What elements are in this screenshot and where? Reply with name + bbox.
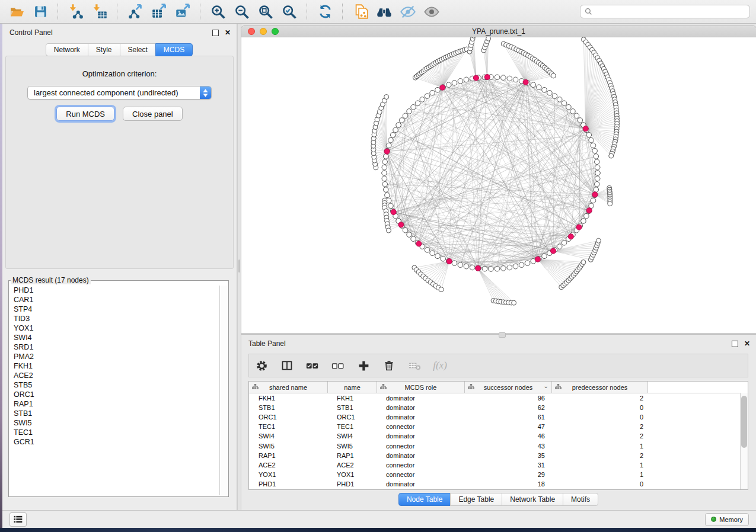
table-row[interactable]: RAP1RAP1dominator352 (249, 451, 748, 460)
zoom-in-icon (210, 4, 227, 20)
table-row[interactable]: FKH1FKH1dominator962 (249, 393, 748, 403)
run-mcds-button[interactable]: Run MCDS (56, 107, 114, 121)
criterion-select[interactable]: largest connected component (undirected) (27, 86, 212, 100)
refresh-view-button[interactable] (314, 2, 336, 21)
table-row[interactable]: PHD1PHD1dominator180 (249, 479, 748, 489)
zoom-out-button[interactable] (231, 2, 253, 21)
mcds-node-item[interactable]: TID3 (9, 314, 219, 323)
cell: ACE2 (328, 462, 377, 469)
tab-edge-table[interactable]: Edge Table (450, 493, 502, 506)
deselect-all-button[interactable] (330, 358, 346, 373)
cell: 61 (465, 414, 552, 421)
toggle-column-button[interactable] (279, 358, 295, 373)
column-header-predecessor-nodes[interactable]: predecessor nodes (552, 382, 648, 393)
column-header-MCDS-role[interactable]: MCDS role (377, 382, 465, 393)
table-header-row: shared namenameMCDS rolesuccessor nodes⌄… (249, 382, 748, 393)
import-table-button[interactable] (89, 2, 110, 21)
window-zoom-icon[interactable] (272, 28, 279, 35)
table-scrollbar[interactable] (740, 393, 748, 489)
column-header-shared-name[interactable]: shared name (249, 382, 328, 393)
mcds-node-item[interactable]: ORC1 (9, 390, 219, 399)
zoom-in-button[interactable] (208, 2, 229, 21)
mcds-node-item[interactable]: STP4 (9, 305, 219, 314)
mcds-list-scrollbar[interactable] (219, 286, 227, 495)
hide-unselected-button[interactable] (397, 2, 419, 21)
mcds-node-item[interactable]: PHD1 (9, 286, 219, 295)
zoom-selected-button[interactable] (279, 2, 300, 21)
cell: 29 (465, 471, 552, 478)
window-minimize-icon[interactable] (260, 28, 267, 35)
mcds-node-item[interactable]: SRD1 (9, 342, 219, 352)
table-row[interactable]: STB1STB1dominator620 (249, 403, 748, 412)
zoom-fit-button[interactable] (255, 2, 276, 21)
column-header-name[interactable]: name (328, 382, 377, 393)
tab-select[interactable]: Select (120, 43, 156, 56)
panel-splitter[interactable] (237, 24, 241, 510)
mcds-node-item[interactable]: STB1 (9, 409, 219, 418)
cell: connector (377, 462, 465, 469)
close-panel-button[interactable]: Close panel (123, 107, 183, 121)
column-header-successor-nodes[interactable]: successor nodes⌄ (465, 382, 552, 393)
tab-motifs[interactable]: Motifs (563, 493, 598, 506)
close-panel-icon[interactable]: ✕ (744, 340, 750, 347)
cell: TEC1 (328, 423, 377, 430)
toolbar-separator (342, 4, 343, 20)
float-panel-icon[interactable] (732, 341, 738, 347)
select-all-button[interactable] (305, 358, 320, 373)
float-panel-icon[interactable] (212, 30, 219, 36)
mcds-node-item[interactable]: STB5 (9, 380, 219, 390)
mcds-node-item[interactable]: PMA2 (9, 352, 219, 361)
delete-column-button[interactable] (381, 358, 397, 373)
tab-mcds[interactable]: MCDS (155, 43, 193, 56)
function-builder-button-disabled: f(x) (432, 358, 448, 373)
network-window-titlebar[interactable]: YPA_prune.txt_1 (241, 26, 756, 37)
open-file-button[interactable] (6, 2, 27, 21)
main-toolbar (0, 0, 756, 24)
cell: dominator (377, 414, 465, 421)
table-row[interactable]: YOX1YOX1connector291 (249, 470, 748, 479)
network-canvas[interactable] (241, 37, 756, 333)
search-input[interactable] (595, 7, 745, 17)
table-row[interactable]: ORC1ORC1dominator610 (249, 412, 748, 422)
mcds-node-item[interactable]: SWI4 (9, 333, 219, 342)
mcds-node-item[interactable]: YOX1 (9, 323, 219, 333)
copy-network-button[interactable] (350, 2, 371, 21)
show-all-button[interactable] (421, 2, 442, 21)
close-panel-icon[interactable]: ✕ (225, 29, 231, 36)
memory-button[interactable]: Memory (705, 513, 749, 526)
zoom-out-icon (234, 4, 250, 20)
export-image-button[interactable] (172, 2, 193, 21)
mcds-node-item[interactable]: GCR1 (9, 437, 219, 447)
mcds-node-item[interactable]: TEC1 (9, 428, 219, 437)
save-session-button[interactable] (30, 2, 51, 21)
table-row[interactable]: SWI5SWI5connector431 (249, 441, 748, 450)
table-row[interactable]: ACE2ACE2connector311 (249, 460, 748, 470)
mcds-node-item[interactable]: RAP1 (9, 399, 219, 409)
task-history-button[interactable] (9, 512, 27, 527)
tab-network-table[interactable]: Network Table (502, 493, 563, 506)
mcds-node-item[interactable]: ACE2 (9, 371, 219, 380)
tab-node-table[interactable]: Node Table (398, 493, 451, 506)
table-row[interactable]: SWI4SWI4dominator462 (249, 431, 748, 441)
table-settings-button[interactable] (254, 358, 269, 373)
scrollbar-thumb[interactable] (741, 396, 747, 448)
export-table-button[interactable] (148, 2, 170, 21)
search-network-button[interactable] (374, 2, 395, 21)
mcds-result-list: PHD1CAR1STP4TID3YOX1SWI4SRD1PMA2FKH1ACE2… (9, 286, 219, 495)
export-network-button[interactable] (125, 2, 146, 21)
tab-network[interactable]: Network (46, 43, 88, 56)
add-column-button[interactable] (356, 358, 371, 373)
splitter-grip[interactable] (238, 259, 240, 273)
tab-style[interactable]: Style (88, 43, 120, 56)
mcds-node-item[interactable]: CAR1 (9, 295, 219, 305)
mcds-node-item[interactable]: SWI5 (9, 418, 219, 428)
import-network-icon (68, 4, 84, 20)
cell: 1 (552, 471, 648, 478)
network-search-box[interactable] (580, 5, 750, 18)
mcds-node-item[interactable]: FKH1 (9, 361, 219, 371)
table-row[interactable]: TEC1TEC1connector472 (249, 422, 748, 431)
window-close-icon[interactable] (248, 28, 255, 35)
import-network-button[interactable] (65, 2, 87, 21)
network-window-title: YPA_prune.txt_1 (472, 27, 525, 36)
cell: TEC1 (249, 423, 328, 430)
